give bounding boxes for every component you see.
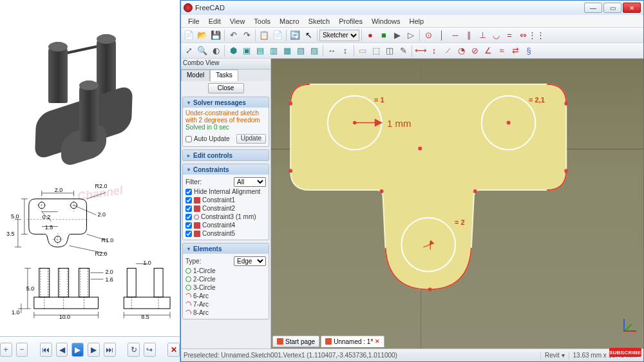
element-item[interactable]: 1-Circle	[185, 267, 266, 275]
dim-rad-icon[interactable]: ◔	[455, 44, 468, 57]
menu-tools[interactable]: Tools	[249, 16, 275, 26]
snell-icon[interactable]: ≈	[495, 44, 508, 57]
open-icon[interactable]: 📂	[196, 29, 209, 42]
play-button[interactable]: ▶	[71, 343, 84, 357]
constraint-checkbox[interactable]	[185, 214, 192, 220]
menu-view[interactable]: View	[225, 16, 250, 26]
minimize-button[interactable]: —	[584, 3, 602, 13]
edit-controls-heading[interactable]: Edit controls	[193, 152, 232, 159]
toggle-icon[interactable]: ⇄	[509, 44, 522, 57]
constraint-checkbox[interactable]	[185, 197, 192, 204]
constraint-item[interactable]: Constraint2	[185, 204, 266, 213]
constraint-checkbox[interactable]	[185, 231, 192, 237]
tab-model[interactable]: Model	[181, 70, 210, 81]
top-view-icon[interactable]: ▤	[254, 44, 267, 57]
first-button[interactable]: ⏮	[40, 343, 52, 357]
update-button[interactable]: Update	[236, 134, 266, 144]
element-item[interactable]: 8-Arc	[185, 309, 266, 317]
element-item[interactable]: 6-Arc	[185, 292, 266, 300]
zoom-in-button[interactable]: ＋	[0, 343, 12, 357]
redo-button[interactable]: ↪	[144, 343, 156, 357]
element-item[interactable]: 3-Circle	[185, 283, 266, 292]
horizontal-constraint-icon[interactable]: ─	[449, 29, 462, 42]
parallel-constraint-icon[interactable]: ∥	[462, 29, 475, 42]
iso-view-icon[interactable]: ⬢	[227, 44, 240, 57]
window-close-button[interactable]: ✕	[623, 3, 641, 13]
auto-update-checkbox[interactable]	[185, 136, 192, 142]
helix-icon[interactable]: §	[522, 44, 535, 57]
record-icon[interactable]: ●	[364, 29, 377, 42]
dim-ang-icon[interactable]: ∠	[482, 44, 495, 57]
copy-icon[interactable]: 📋	[258, 29, 270, 42]
zoom-out-button[interactable]: －	[16, 343, 28, 357]
constraint-checkbox[interactable]	[185, 205, 192, 212]
close-button[interactable]: ✕	[167, 343, 180, 357]
maximize-button[interactable]: ▭	[603, 3, 621, 13]
doc-tab-start[interactable]: Start page	[272, 336, 319, 347]
sketch-viewport[interactable]: 1 mm = 1 = 2,1 = 2 Start page Unnamed : …	[271, 59, 643, 348]
save-icon[interactable]: 💾	[209, 29, 222, 42]
constraint-item[interactable]: Constraint4	[185, 221, 266, 229]
doc-tab-close-icon[interactable]: ✕	[375, 338, 380, 345]
nav-cube[interactable]	[621, 315, 638, 332]
eq-label-3[interactable]: = 2	[455, 218, 465, 226]
front-view-icon[interactable]: ▣	[240, 44, 253, 57]
right-view-icon[interactable]: ▥	[267, 44, 280, 57]
task-close-button[interactable]: Close	[208, 83, 244, 93]
perpendicular-constraint-icon[interactable]: ⊥	[476, 29, 489, 42]
next-button[interactable]: ▶	[88, 343, 100, 357]
menu-sketch[interactable]: Sketch	[304, 16, 335, 26]
hide-internal-checkbox[interactable]	[185, 189, 192, 195]
menu-profiles[interactable]: Profiles	[334, 16, 367, 26]
step-icon[interactable]: ▶	[391, 29, 404, 42]
tangent-constraint-icon[interactable]: ◡	[489, 29, 502, 42]
stop-icon[interactable]: ■	[377, 29, 390, 42]
dim-dia-icon[interactable]: ⊘	[468, 44, 481, 57]
constraint-item[interactable]: Constraint3 (1 mm)	[185, 213, 266, 221]
measure-2-icon[interactable]: ↕	[339, 44, 352, 57]
measure-1-icon[interactable]: ↔	[325, 44, 338, 57]
zoom-icon[interactable]: 🔍	[196, 44, 209, 57]
new-icon[interactable]: 📄	[182, 29, 195, 42]
redo-icon[interactable]: ↷	[240, 29, 253, 42]
vertical-constraint-icon[interactable]: │	[435, 29, 448, 42]
filter-select[interactable]: All	[234, 177, 266, 187]
refresh-icon[interactable]: 🔄	[289, 29, 301, 42]
symmetric-constraint-icon[interactable]: ⇔	[516, 29, 529, 42]
constraint-checkbox[interactable]	[185, 222, 192, 229]
element-item[interactable]: 2-Circle	[185, 275, 266, 283]
status-revit[interactable]: Revit ▾	[540, 352, 569, 359]
play-macro-icon[interactable]: ▷	[404, 29, 417, 42]
zoom-fit-icon[interactable]: ⤢	[182, 44, 195, 57]
draw-style-icon[interactable]: ◐	[209, 44, 222, 57]
part-box-icon[interactable]: ▭	[356, 44, 369, 57]
undo-icon[interactable]: ↶	[227, 29, 240, 42]
cursor-icon[interactable]: ↖	[302, 29, 315, 42]
left-view-icon[interactable]: ▨	[308, 44, 321, 57]
element-item[interactable]: 7-Arc	[185, 300, 266, 309]
elem-type-select[interactable]: Edge	[234, 256, 266, 266]
sketch-map-icon[interactable]: ◫	[383, 44, 396, 57]
prev-button[interactable]: ◀	[56, 343, 68, 357]
constraint-item[interactable]: Constraint1	[185, 196, 266, 204]
sketch-edit-icon[interactable]: ✎	[397, 44, 410, 57]
dim-h-icon[interactable]: ⟷	[414, 44, 427, 57]
subscribe-badge[interactable]: SUBSCRIBE	[609, 348, 641, 357]
rear-view-icon[interactable]: ▦	[281, 44, 294, 57]
pattern-icon[interactable]: ⋮⋮	[530, 29, 543, 42]
menu-file[interactable]: File	[184, 16, 204, 26]
constraints-heading[interactable]: Constraints	[193, 166, 229, 173]
bottom-view-icon[interactable]: ▧	[294, 44, 307, 57]
tab-tasks[interactable]: Tasks	[210, 70, 238, 81]
menu-edit[interactable]: Edit	[204, 16, 225, 26]
menu-macro[interactable]: Macro	[275, 16, 304, 26]
workbench-selector[interactable]: Sketcher	[319, 30, 359, 41]
dim-v-icon[interactable]: ↕	[428, 44, 440, 57]
equal-constraint-icon[interactable]: =	[503, 29, 516, 42]
reload-button[interactable]: ↻	[128, 343, 140, 357]
dim-len-icon[interactable]: ⟋	[441, 44, 454, 57]
dimension-label[interactable]: 1 mm	[387, 118, 412, 129]
menu-help[interactable]: Help	[405, 16, 429, 26]
paste-icon[interactable]: 📄	[271, 29, 284, 42]
last-button[interactable]: ⏭	[104, 343, 116, 357]
